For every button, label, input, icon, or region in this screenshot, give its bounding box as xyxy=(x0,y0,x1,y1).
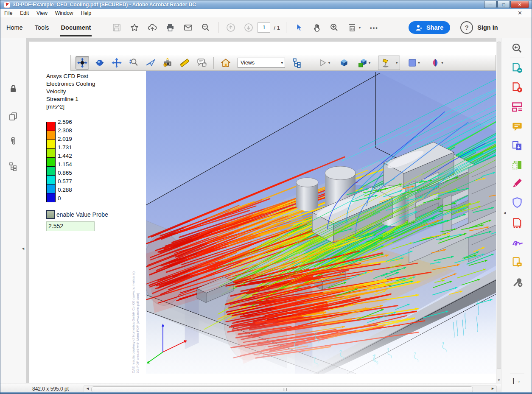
pan-3d-icon xyxy=(112,58,122,68)
pan-tool-button[interactable] xyxy=(110,56,123,69)
create-pdf-icon xyxy=(512,82,523,93)
page-count-label: / 1 xyxy=(274,25,280,31)
more-tools-button[interactable]: ••• xyxy=(367,20,381,35)
comment-icon xyxy=(512,121,523,132)
scroll-right-icon[interactable]: ► xyxy=(491,386,495,391)
organize-pages-button[interactable] xyxy=(512,159,523,170)
fit-width-button[interactable]: ▾ xyxy=(345,20,364,35)
scroll-left-icon[interactable]: ◄ xyxy=(86,386,90,391)
fit-width-caret: ▾ xyxy=(359,25,361,30)
minimize-button[interactable]: — xyxy=(484,1,497,8)
export-pdf-button[interactable] xyxy=(512,62,523,73)
lighting-button[interactable] xyxy=(379,56,392,69)
menubar-close-icon[interactable]: ✕ xyxy=(518,10,522,16)
horizontal-scrollbar-thumb[interactable] xyxy=(91,386,473,393)
print-button[interactable] xyxy=(163,20,177,35)
background-color-button[interactable]: ▾ xyxy=(405,56,423,69)
3d-viewport[interactable] xyxy=(146,71,496,374)
find-button[interactable] xyxy=(199,20,213,35)
close-button[interactable]: ✕ xyxy=(510,1,529,8)
bottom-fade xyxy=(146,317,496,374)
menu-help[interactable]: Help xyxy=(77,10,95,16)
spin-tool-button[interactable] xyxy=(93,56,106,69)
title-bar[interactable]: 3D-PDF-Example_CFD_Cooling.pdf (SECURED)… xyxy=(0,0,532,9)
select-tool-button[interactable] xyxy=(291,20,306,35)
scale-value-label: 1.731 xyxy=(58,143,72,152)
edit-pdf-button[interactable] xyxy=(512,101,523,112)
3d-comment-tool-button[interactable] xyxy=(195,56,208,69)
color-scale-blocks xyxy=(46,122,55,202)
fill-sign-button[interactable] xyxy=(512,178,523,189)
value-probe-checkbox[interactable] xyxy=(46,210,55,219)
zoom-3d-tool-button[interactable] xyxy=(127,56,140,69)
previous-page-button[interactable] xyxy=(224,20,238,35)
measure-tool-button[interactable] xyxy=(178,56,191,69)
collapse-right-panel-icon[interactable]: ◄ xyxy=(503,211,507,215)
scale-value-label: 0 xyxy=(58,194,72,203)
find-icon xyxy=(201,23,210,32)
share-label: Share xyxy=(426,24,443,31)
play-animation-button[interactable]: ▾ xyxy=(315,56,333,69)
page-number-input[interactable] xyxy=(258,22,270,33)
star-icon xyxy=(130,23,139,32)
share-button[interactable]: Share xyxy=(409,21,450,34)
favorite-button[interactable] xyxy=(127,20,142,35)
zoom-in-button[interactable] xyxy=(327,20,342,35)
divider xyxy=(309,57,309,69)
3d-model-tree-button[interactable] xyxy=(291,56,303,69)
search-icon xyxy=(512,43,523,54)
rotate-3d-icon xyxy=(77,58,87,68)
menu-view[interactable]: View xyxy=(33,10,51,16)
pdf-page[interactable]: Views▾ ▾ ▾ ▾ ▾ ▾ Ansys CFD Post Electron… xyxy=(29,42,496,383)
tab-home[interactable]: Home xyxy=(0,18,29,37)
upload-cloud-button[interactable] xyxy=(145,20,160,35)
sign-in-button[interactable]: Sign In xyxy=(477,24,498,31)
value-probe-field[interactable]: 2.552 xyxy=(46,221,95,231)
divider xyxy=(218,22,218,33)
model-tree-button[interactable] xyxy=(7,160,19,172)
views-dropdown[interactable]: Views▾ xyxy=(238,58,285,68)
lighting-caret[interactable]: ▾ xyxy=(394,61,400,65)
default-view-button[interactable] xyxy=(219,56,232,69)
airplane-icon xyxy=(146,58,156,68)
tab-document[interactable]: Document xyxy=(55,18,97,37)
comment-tool-button[interactable] xyxy=(512,121,523,132)
tab-tools[interactable]: Tools xyxy=(29,18,55,37)
camera-tool-button[interactable] xyxy=(161,56,174,69)
main-toolbar: Home Tools Document / 1 ▾ ••• Share ? Si… xyxy=(0,17,532,38)
scale-color-block xyxy=(46,157,56,167)
collapse-left-panel-icon[interactable]: ◄ xyxy=(21,246,25,251)
fit-width-icon xyxy=(348,23,358,32)
scale-color-block xyxy=(46,193,56,202)
render-mode-button[interactable] xyxy=(338,56,350,69)
scale-color-block xyxy=(46,166,56,176)
rotate-tool-button[interactable] xyxy=(76,56,89,70)
menu-edit[interactable]: Edit xyxy=(16,10,33,16)
fly-tool-button[interactable] xyxy=(144,56,157,69)
scale-value-label: 0.865 xyxy=(58,169,72,177)
hand-tool-button[interactable] xyxy=(309,20,324,35)
email-button[interactable] xyxy=(181,20,195,35)
scale-value-label: 1.154 xyxy=(58,160,72,169)
help-button[interactable]: ? xyxy=(460,21,473,34)
send-for-comments-button[interactable] xyxy=(512,257,523,268)
model-render-mode-button[interactable]: ▾ xyxy=(355,56,373,69)
up-arrow-circle-icon xyxy=(226,22,236,33)
menu-window[interactable]: Window xyxy=(51,10,77,16)
menu-file[interactable]: File xyxy=(0,10,16,16)
protect-pdf-button[interactable] xyxy=(512,197,523,208)
adobe-sign-button[interactable] xyxy=(512,237,523,248)
security-lock-button[interactable] xyxy=(7,83,19,95)
page-thumbnails-button[interactable] xyxy=(7,110,19,122)
open-tools-panel-icon[interactable]: |→ xyxy=(512,377,521,385)
next-page-button[interactable] xyxy=(241,20,256,35)
maximize-button[interactable]: ▢ xyxy=(497,1,510,8)
more-tools-panel-button[interactable] xyxy=(512,276,523,287)
create-pdf-button[interactable] xyxy=(512,82,523,93)
save-button[interactable] xyxy=(109,20,124,35)
compress-pdf-button[interactable] xyxy=(512,218,523,229)
combine-files-button[interactable] xyxy=(512,140,523,151)
attachments-button[interactable] xyxy=(7,135,19,147)
search-tool-button[interactable] xyxy=(512,43,523,54)
cross-section-button[interactable]: ▾ xyxy=(428,56,446,69)
